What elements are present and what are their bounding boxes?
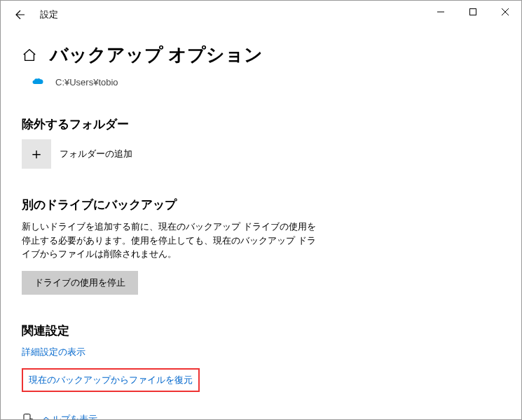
add-folder-row: ＋ フォルダーの追加 [22,139,500,169]
add-folder-button[interactable]: ＋ [22,139,51,169]
advanced-settings-link[interactable]: 詳細設定の表示 [22,346,85,358]
titlebar: 設定 [1,1,521,29]
help-row: ? ヘルプを表示 [22,413,500,421]
help-link[interactable]: ヘルプを表示 [43,413,97,421]
stop-drive-button[interactable]: ドライブの使用を停止 [22,271,138,295]
window-title: 設定 [40,8,58,21]
add-folder-label: フォルダーの追加 [60,148,132,160]
page-header: バックアップ オプション [22,43,500,67]
maximize-button[interactable] [457,1,489,23]
help-icon: ? [22,413,34,421]
related-title: 関連設定 [22,323,500,339]
backup-path: C:¥Users¥tobio [55,77,118,88]
restore-files-link[interactable]: 現在のバックアップからファイルを復元 [29,374,193,386]
content-area: バックアップ オプション C:¥Users¥tobio 除外するフォルダー ＋ … [1,43,521,420]
window-controls [425,1,521,23]
exclude-folders-section: 除外するフォルダー ＋ フォルダーの追加 [22,116,500,169]
another-drive-description: 新しいドライブを追加する前に、現在のバックアップ ドライブの使用を停止する必要が… [22,220,323,261]
page-title: バックアップ オプション [50,43,263,67]
maximize-icon [469,8,476,15]
backup-path-row: C:¥Users¥tobio [32,76,500,88]
exclude-title: 除外するフォルダー [22,116,500,132]
back-arrow-icon [15,9,26,20]
another-drive-title: 別のドライブにバックアップ [22,197,500,213]
plus-icon: ＋ [29,144,44,164]
home-icon[interactable] [22,48,37,63]
onedrive-icon [32,76,44,88]
svg-rect-0 [470,9,476,15]
related-settings-section: 関連設定 詳細設定の表示 現在のバックアップからファイルを復元 [22,323,500,392]
restore-highlight: 現在のバックアップからファイルを復元 [22,368,200,392]
another-drive-section: 別のドライブにバックアップ 新しいドライブを追加する前に、現在のバックアップ ド… [22,197,500,295]
close-icon [502,8,509,15]
minimize-button[interactable] [425,1,457,23]
close-button[interactable] [489,1,521,23]
back-button[interactable] [9,4,32,26]
minimize-icon [437,8,444,15]
